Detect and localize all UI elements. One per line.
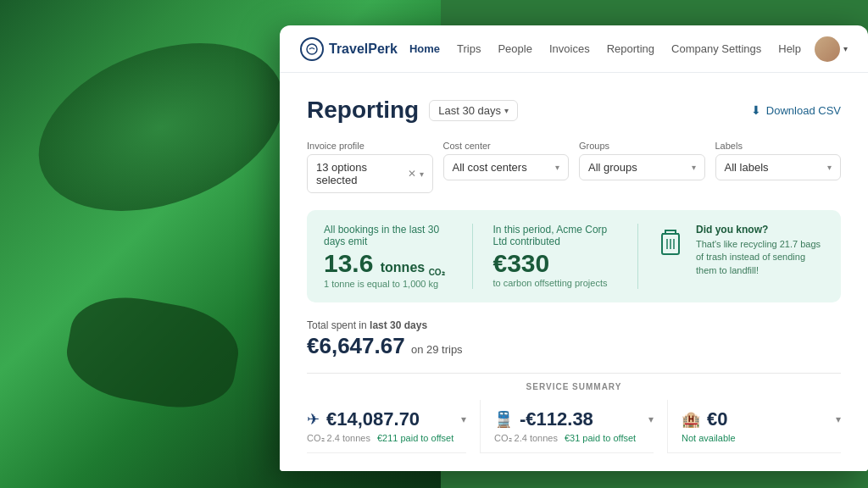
service-summary-header: SERVICE SUMMARY (307, 373, 841, 391)
rail-amount: -€112.38 (520, 408, 593, 430)
logo-icon (300, 37, 324, 61)
groups-label: Groups (579, 141, 705, 151)
flight-co2: CO₂ 2.4 tonnes (307, 433, 370, 444)
service-cards: ✈ €14,087.70 ▾ CO₂ 2.4 tonnes €211 paid … (307, 400, 841, 453)
download-label: Download CSV (766, 104, 841, 117)
hotel-icon: 🏨 (682, 410, 700, 429)
rail-expand-chevron-icon[interactable]: ▾ (648, 413, 654, 425)
navbar: TravelPerk Home Trips People Invoices Re… (280, 25, 868, 73)
logo-text: TravelPerk (329, 42, 398, 57)
hotel-detail: Not available (682, 433, 841, 443)
labels-select[interactable]: All labels ▾ (715, 154, 842, 180)
date-filter-chevron-icon: ▾ (504, 106, 509, 115)
labels-filter: Labels All labels ▾ (715, 141, 842, 193)
total-spent-section: Total spent in last 30 days €6,647.67 on… (307, 319, 841, 359)
carbon-emissions-label: All bookings in the last 30 days emit (324, 224, 452, 247)
rail-offset: €31 paid to offset (565, 433, 636, 444)
labels-label: Labels (715, 141, 842, 151)
flight-icon: ✈ (307, 410, 320, 429)
nav-help[interactable]: Help (778, 42, 801, 55)
flight-icon-value: ✈ €14,087.70 (307, 408, 420, 430)
invoice-profile-label: Invoice profile (307, 141, 433, 151)
carbon-emissions-section: All bookings in the last 30 days emit 13… (324, 224, 452, 289)
did-you-know-text-block: Did you know? That's like recycling 21.7… (696, 224, 824, 277)
carbon-offset-section: In this period, Acme Corp Ltd contribute… (472, 224, 621, 289)
labels-chevron-icon: ▾ (827, 163, 832, 172)
invoice-profile-value: 13 options selected (316, 161, 408, 186)
invoice-profile-filter: Invoice profile 13 options selected ✕ ▾ (307, 141, 433, 193)
hotel-expand-chevron-icon[interactable]: ▾ (836, 413, 841, 425)
date-filter-value: Last 30 days (438, 104, 501, 117)
hotel-offset: Not available (682, 433, 736, 443)
flight-amount: €14,087.70 (326, 408, 420, 430)
flight-detail: CO₂ 2.4 tonnes €211 paid to offset (307, 433, 466, 444)
did-you-know-section: Did you know? That's like recycling 21.7… (637, 224, 824, 289)
invoice-profile-chevron-icon: ▾ (420, 169, 424, 179)
did-you-know-title: Did you know? (696, 224, 824, 236)
carbon-emissions-unit: tonnes CO₂ (381, 260, 445, 274)
rail-co2: CO₂ 2.4 tonnes (494, 433, 558, 444)
nav-home[interactable]: Home (409, 42, 440, 55)
carbon-info-banner: All bookings in the last 30 days emit 13… (307, 210, 841, 302)
hotel-icon-value: 🏨 €0 (682, 408, 727, 430)
groups-chevron-icon: ▾ (692, 163, 696, 172)
cost-center-chevron-icon: ▾ (555, 163, 559, 172)
browser-frame: TravelPerk Home Trips People Invoices Re… (280, 25, 868, 471)
carbon-offset-subtext: to carbon offsetting projects (493, 278, 621, 288)
cost-center-select[interactable]: All cost centers ▾ (443, 154, 570, 180)
logo[interactable]: TravelPerk (300, 37, 398, 61)
hotel-amount: €0 (707, 408, 727, 430)
nav-company-settings[interactable]: Company Settings (671, 42, 761, 55)
cost-center-filter: Cost center All cost centers ▾ (443, 141, 570, 193)
rail-detail: CO₂ 2.4 tonnes €31 paid to offset (494, 433, 654, 444)
cost-center-label: Cost center (443, 141, 570, 151)
total-trips: on 29 trips (411, 343, 463, 356)
flight-offset: €211 paid to offset (377, 433, 453, 444)
svg-point-0 (307, 44, 317, 54)
invoice-profile-select[interactable]: 13 options selected ✕ ▾ (307, 154, 433, 193)
rail-icon-value: 🚆 -€112.38 (494, 408, 593, 430)
avatar[interactable] (815, 36, 840, 62)
cost-center-value: All cost centers (453, 161, 527, 174)
main-content: Reporting Last 30 days ▾ ⬇ Download CSV … (280, 73, 868, 471)
total-spent-value: €6,647.67 on 29 trips (307, 333, 841, 359)
carbon-offset-label: In this period, Acme Corp Ltd contribute… (493, 224, 621, 247)
rail-service-card: 🚆 -€112.38 ▾ CO₂ 2.4 tonnes €31 paid to … (480, 400, 654, 453)
total-spent-label: Total spent in last 30 days (307, 319, 841, 331)
invoice-profile-icons: ✕ ▾ (408, 168, 424, 180)
flight-expand-chevron-icon[interactable]: ▾ (461, 413, 466, 425)
page-header: Reporting Last 30 days ▾ ⬇ Download CSV (307, 97, 841, 124)
page-title-row: Reporting Last 30 days ▾ (307, 97, 518, 124)
groups-filter: Groups All groups ▾ (579, 141, 705, 193)
nav-trips[interactable]: Trips (457, 42, 481, 55)
nav-people[interactable]: People (498, 42, 531, 55)
flight-card-header: ✈ €14,087.70 ▾ (307, 408, 466, 430)
nav-links: Home Trips People Invoices Reporting Com… (409, 42, 801, 55)
labels-value: All labels (725, 161, 769, 174)
hotel-card-header: 🏨 €0 ▾ (682, 408, 841, 430)
nav-invoices[interactable]: Invoices (549, 42, 590, 55)
filters-row: Invoice profile 13 options selected ✕ ▾ … (307, 141, 841, 193)
download-csv-button[interactable]: ⬇ Download CSV (751, 103, 841, 117)
flight-service-card: ✈ €14,087.70 ▾ CO₂ 2.4 tonnes €211 paid … (307, 400, 466, 453)
train-icon: 🚆 (494, 410, 513, 429)
rail-card-header: 🚆 -€112.38 ▾ (494, 408, 654, 430)
page-title: Reporting (307, 97, 419, 124)
carbon-offset-value: €330 (493, 251, 621, 276)
hotel-service-card: 🏨 €0 ▾ Not available (667, 400, 841, 453)
carbon-emissions-subtext: 1 tonne is equal to 1,000 kg (324, 279, 452, 289)
nav-reporting[interactable]: Reporting (607, 42, 654, 55)
recycling-icon (655, 224, 686, 263)
avatar-chevron-icon: ▾ (843, 44, 848, 53)
did-you-know-body: That's like recycling 21.7 bags of trash… (696, 238, 824, 277)
invoice-profile-clear-icon[interactable]: ✕ (408, 168, 416, 180)
groups-select[interactable]: All groups ▾ (579, 154, 705, 180)
carbon-emissions-value: 13.6 tonnes CO₂ (324, 251, 452, 277)
download-icon: ⬇ (751, 103, 761, 117)
groups-value: All groups (588, 161, 637, 174)
date-filter-dropdown[interactable]: Last 30 days ▾ (429, 100, 518, 121)
